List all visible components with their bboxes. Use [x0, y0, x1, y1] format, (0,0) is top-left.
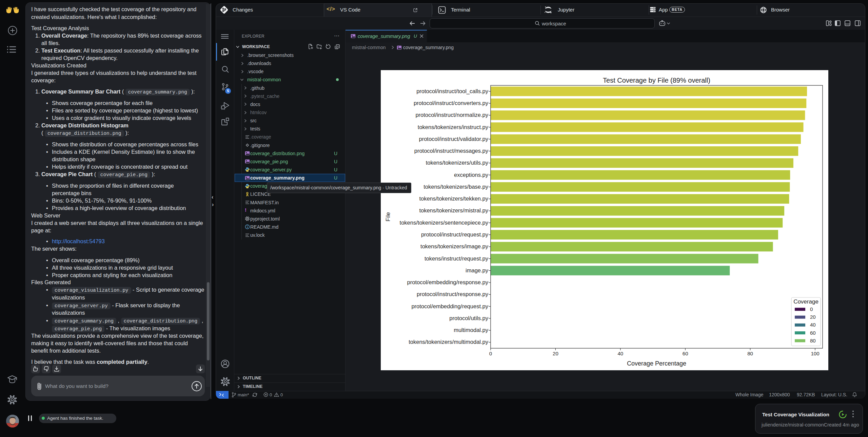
svg-text:tokens/tokenizers/multimodal.p: tokens/tokenizers/multimodal.py: [409, 339, 489, 345]
svg-text:tokens/tokenizers/base.py: tokens/tokenizers/base.py: [423, 184, 489, 190]
svg-text:image.py: image.py: [466, 267, 489, 273]
svg-text:80: 80: [747, 351, 753, 356]
svg-text:tokens/tokenizers/image.py: tokens/tokenizers/image.py: [420, 243, 489, 249]
svg-text:0: 0: [810, 306, 813, 312]
svg-text:protocol/embedding/response.py: protocol/embedding/response.py: [407, 279, 489, 285]
svg-text:0: 0: [489, 351, 492, 356]
svg-text:protocol/instruct/normalize.py: protocol/instruct/normalize.py: [415, 112, 488, 118]
svg-text:tokens/tokenizers/instruct.py: tokens/tokenizers/instruct.py: [418, 124, 489, 130]
svg-text:Coverage Percentage: Coverage Percentage: [627, 360, 686, 367]
svg-text:20: 20: [553, 351, 558, 356]
svg-text:File: File: [385, 212, 391, 221]
svg-text:protocol/instruct/response.py: protocol/instruct/response.py: [417, 291, 489, 297]
svg-text:protocol/embedding/request.py: protocol/embedding/request.py: [411, 303, 488, 309]
svg-text:tokens/tokenizers/utils.py: tokens/tokenizers/utils.py: [426, 160, 489, 166]
svg-text:protocol/utils.py: protocol/utils.py: [449, 315, 488, 321]
svg-text:tokens/instruct/request.py: tokens/instruct/request.py: [425, 255, 489, 262]
svg-text:tokens/tokenizers/mistral.py: tokens/tokenizers/mistral.py: [419, 207, 488, 213]
svg-text:exceptions.py: exceptions.py: [454, 172, 489, 178]
svg-text:60: 60: [810, 330, 816, 336]
svg-text:Test Coverage by File (89% ove: Test Coverage by File (89% overall): [603, 77, 710, 84]
svg-text:100: 100: [811, 351, 819, 356]
svg-text:20: 20: [810, 314, 816, 320]
svg-text:protocol/instruct/validator.py: protocol/instruct/validator.py: [419, 136, 488, 142]
svg-text:multimodal.py: multimodal.py: [454, 327, 489, 333]
svg-text:40: 40: [617, 351, 623, 356]
svg-text:protocol/instruct/tool_calls.p: protocol/instruct/tool_calls.py: [416, 88, 489, 95]
svg-text:60: 60: [683, 351, 688, 356]
svg-text:40: 40: [810, 322, 816, 328]
svg-text:tokens/tokenizers/sentencepiec: tokens/tokenizers/sentencepiece.py: [400, 220, 489, 226]
svg-text:protocol/instruct/request.py: protocol/instruct/request.py: [421, 231, 489, 237]
svg-text:protocol/instruct/converters.p: protocol/instruct/converters.py: [414, 100, 489, 106]
svg-text:80: 80: [810, 338, 816, 344]
svg-text:protocol/instruct/messages.py: protocol/instruct/messages.py: [414, 148, 489, 154]
svg-text:Coverage: Coverage: [793, 298, 818, 305]
svg-text:tokens/tokenizers/tekken.py: tokens/tokenizers/tekken.py: [419, 195, 488, 202]
